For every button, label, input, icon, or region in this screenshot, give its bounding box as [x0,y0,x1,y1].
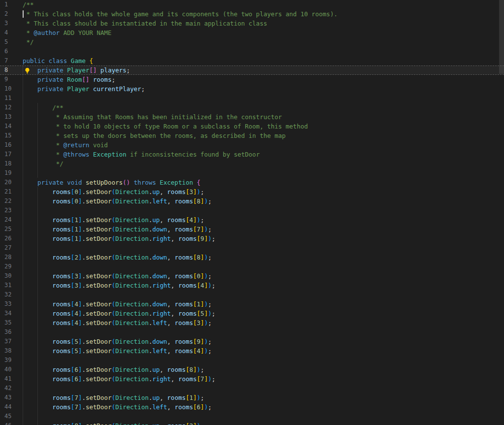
code-line[interactable]: 36 [0,327,504,337]
code-line[interactable]: 12 /** [0,103,504,112]
code-line[interactable]: 30 rooms[3].setDoor(Direction.down, room… [0,271,504,281]
line-number[interactable]: 1 [0,0,23,9]
code-line[interactable]: 26 rooms[1].setDoor(Direction.right, roo… [0,234,504,243]
line-number[interactable]: 27 [0,243,23,253]
code-line[interactable]: 3 * This class should be instantiated in… [0,19,504,28]
code-line[interactable]: 27 [0,243,504,253]
line-number[interactable]: 10 [0,84,23,94]
code-line[interactable]: 5 */ [0,37,504,47]
line-number[interactable]: 8 [0,65,23,75]
code-line[interactable]: 31 rooms[3].setDoor(Direction.right, roo… [0,281,504,290]
lightbulb-icon[interactable] [24,67,31,73]
code-line[interactable]: 11 [0,94,504,103]
line-number[interactable]: 35 [0,318,23,327]
line-number[interactable]: 7 [0,56,23,65]
code-line-text: * @return void [23,140,504,150]
code-line[interactable]: 33 rooms[4].setDoor(Direction.down, room… [0,299,504,309]
code-line-text [23,356,504,365]
code-line[interactable]: 38 rooms[5].setDoor(Direction.left, room… [0,346,504,356]
code-line[interactable]: 40 rooms[6].setDoor(Direction.up, rooms[… [0,365,504,374]
line-number[interactable]: 18 [0,159,23,168]
line-number[interactable]: 9 [0,75,23,84]
line-number[interactable]: 5 [0,37,23,47]
line-number[interactable]: 3 [0,19,23,28]
line-number[interactable]: 21 [0,187,23,196]
line-number[interactable]: 16 [0,140,23,150]
code-line[interactable]: 39 [0,356,504,365]
code-line-text: rooms[3].setDoor(Direction.down, rooms[0… [23,271,504,281]
code-line[interactable]: 37 rooms[5].setDoor(Direction.down, room… [0,337,504,346]
code-line[interactable]: 21 rooms[0].setDoor(Direction.up, rooms[… [0,187,504,196]
code-line[interactable]: 19 [0,168,504,178]
code-line[interactable]: 20 private void setUpDoors() throws Exce… [0,178,504,187]
code-line[interactable]: 2 * This class holds the whole game and … [0,9,504,19]
code-line[interactable]: 35 rooms[4].setDoor(Direction.left, room… [0,318,504,327]
code-line[interactable]: 4 * @author ADD YOUR NAME [0,28,504,37]
code-line[interactable]: 29 [0,262,504,271]
line-number[interactable]: 15 [0,131,23,140]
code-line[interactable]: 22 rooms[0].setDoor(Direction.left, room… [0,196,504,206]
code-line[interactable]: 17 * @throws Exception if inconsistencie… [0,150,504,159]
code-line[interactable]: 44 rooms[7].setDoor(Direction.left, room… [0,402,504,412]
code-line[interactable]: 15 * sets up the doors between the rooms… [0,131,504,140]
scrollbar-thumb[interactable] [499,0,504,74]
line-number[interactable]: 4 [0,28,23,37]
code-line[interactable]: 23 [0,206,504,215]
code-line[interactable]: 32 [0,290,504,299]
line-number[interactable]: 11 [0,94,23,103]
line-number[interactable]: 39 [0,356,23,365]
code-line[interactable]: 8 private Player[] players; [0,65,504,75]
line-number[interactable]: 36 [0,327,23,337]
line-number[interactable]: 32 [0,290,23,299]
line-number[interactable]: 28 [0,253,23,262]
line-number[interactable]: 38 [0,346,23,356]
code-line[interactable]: 45 [0,412,504,421]
line-number[interactable]: 41 [0,374,23,384]
code-line[interactable]: 7public class Game { [0,56,504,65]
line-number[interactable]: 24 [0,215,23,225]
line-number[interactable]: 29 [0,262,23,271]
code-line-text: private Room[] rooms; [23,75,504,84]
code-line[interactable]: 9 private Room[] rooms; [0,75,504,84]
line-number[interactable]: 22 [0,196,23,206]
line-number[interactable]: 40 [0,365,23,374]
line-number[interactable]: 23 [0,206,23,215]
line-number[interactable]: 25 [0,225,23,234]
line-number[interactable]: 43 [0,393,23,402]
code-line[interactable]: 28 rooms[2].setDoor(Direction.down, room… [0,253,504,262]
code-line[interactable]: 24 rooms[1].setDoor(Direction.up, rooms[… [0,215,504,225]
code-line[interactable]: 43 rooms[7].setDoor(Direction.up, rooms[… [0,393,504,402]
line-number[interactable]: 19 [0,168,23,178]
code-line-text: rooms[5].setDoor(Direction.left, rooms[4… [23,346,504,356]
line-number[interactable]: 14 [0,122,23,131]
line-number[interactable]: 45 [0,412,23,421]
code-line[interactable]: 42 [0,384,504,393]
line-number[interactable]: 2 [0,9,23,19]
line-number[interactable]: 30 [0,271,23,281]
code-line[interactable]: 25 rooms[1].setDoor(Direction.down, room… [0,225,504,234]
code-line[interactable]: 18 */ [0,159,504,168]
line-number[interactable]: 12 [0,103,23,112]
line-number[interactable]: 31 [0,281,23,290]
code-line[interactable]: 10 private Player currentPlayer; [0,84,504,94]
code-line[interactable]: 16 * @return void [0,140,504,150]
code-line[interactable]: 34 rooms[4].setDoor(Direction.right, roo… [0,309,504,318]
code-line[interactable]: 14 * to hold 10 objects of type Room or … [0,122,504,131]
line-number[interactable]: 17 [0,150,23,159]
line-number[interactable]: 34 [0,309,23,318]
line-number[interactable]: 37 [0,337,23,346]
code-line[interactable]: 6 [0,47,504,56]
line-number[interactable]: 26 [0,234,23,243]
line-number[interactable]: 42 [0,384,23,393]
line-number[interactable]: 13 [0,112,23,122]
line-number[interactable]: 33 [0,299,23,309]
code-line-text [23,168,504,178]
code-line[interactable]: 1/** [0,0,504,9]
line-number[interactable]: 44 [0,402,23,412]
code-line[interactable]: 41 rooms[6].setDoor(Direction.right, roo… [0,374,504,384]
line-number[interactable]: 6 [0,47,23,56]
line-number[interactable]: 46 [0,421,23,425]
code-line[interactable]: 46 rooms[8].setDoor(Direction.up, rooms[… [0,421,504,425]
code-line[interactable]: 13 * Assuming that Rooms has been initia… [0,112,504,122]
line-number[interactable]: 20 [0,178,23,187]
